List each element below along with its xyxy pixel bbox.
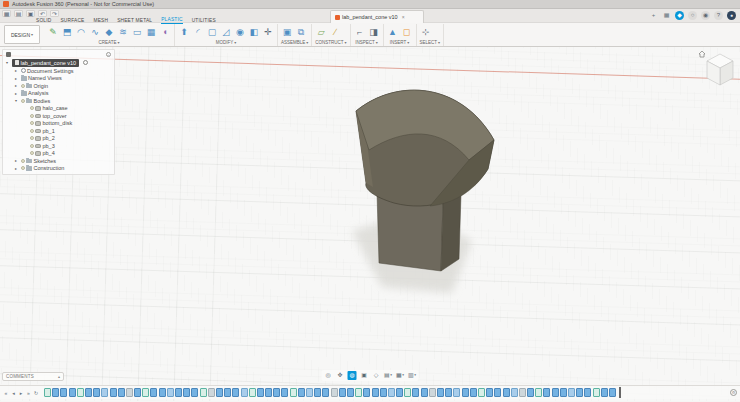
timeline-feature-icon[interactable] [150,388,157,397]
visibility-bulb-icon[interactable] [30,136,34,140]
sweep-icon[interactable]: ∿ [89,26,101,39]
tab-surface[interactable]: SURFACE [60,18,84,24]
fit-icon[interactable]: ▣ [360,371,369,380]
timeline-modify-icon[interactable] [568,388,575,397]
axis-icon[interactable]: ∕ [329,26,341,39]
timeline-feature-icon[interactable] [363,388,370,397]
disclosure-icon[interactable]: ▾ [15,98,19,103]
browser-item-pb-3[interactable]: pb_3 [4,142,113,150]
select-icon[interactable]: ⊹ [420,26,432,39]
timeline-construct-icon[interactable] [126,388,133,397]
timeline-feature-icon[interactable] [601,388,608,397]
disclosure-icon[interactable]: ▸ [15,91,19,96]
extrude-icon[interactable]: ⬒ [61,26,73,39]
timeline-feature-icon[interactable] [380,388,387,397]
offset-plane-icon[interactable]: ▱ [315,26,327,39]
timeline-feature-icon[interactable] [298,388,305,397]
disclosure-icon[interactable]: ▸ [15,68,19,73]
timeline-feature-icon[interactable] [134,388,141,397]
timeline-options-icon[interactable]: ⚙ [730,389,737,396]
fillet-icon[interactable]: ◜ [192,26,204,39]
timeline-feature-icon[interactable] [503,388,510,397]
timeline-feature-icon[interactable] [93,388,100,397]
timeline-sketch-icon[interactable] [478,388,485,397]
measure-icon[interactable]: ⌐ [354,26,366,39]
browser-item-sketches[interactable]: ▸Sketches [4,157,113,165]
timeline-sketch-icon[interactable] [77,388,84,397]
timeline-sketch-icon[interactable] [249,388,256,397]
timeline-feature-icon[interactable] [494,388,501,397]
timeline-feature-icon[interactable] [191,388,198,397]
apps-grid-icon[interactable]: ▦ [662,11,671,20]
pan-icon[interactable]: ✥ [336,371,345,380]
file-menu-icon[interactable]: ▤ [14,10,23,17]
timeline-feature-icon[interactable] [560,388,567,397]
timeline-construct-icon[interactable] [429,388,436,397]
visibility-bulb-icon[interactable] [30,144,34,148]
decal-icon[interactable]: ◻ [401,26,413,39]
shell-icon[interactable]: ▢ [206,26,218,39]
browser-item-origin[interactable]: ▸Origin [4,82,113,90]
timeline-construct-icon[interactable] [331,388,338,397]
timeline-sketch-icon[interactable] [200,388,207,397]
viewports-icon[interactable]: ▥▾ [408,371,417,380]
timeline-construct-icon[interactable] [208,388,215,397]
timeline-play-icon[interactable]: ▸ [18,389,24,397]
new-component-icon[interactable]: ▣ [281,26,293,39]
look-at-icon[interactable]: ◇ [372,371,381,380]
timeline-sketch-icon[interactable] [142,388,149,397]
tab-solid[interactable]: SOLID [36,18,51,24]
group-label-select[interactable]: SELECT▾ [420,40,441,45]
timeline-feature-icon[interactable] [159,388,166,397]
user-avatar[interactable]: ● [727,11,736,20]
viewcube-home-icon[interactable] [699,51,705,57]
browser-header[interactable]: + [4,51,113,58]
timeline-feature-icon[interactable] [437,388,444,397]
timeline-step-forward-icon[interactable]: » [26,389,32,397]
timeline-feature-icon[interactable] [118,388,125,397]
browser-add-icon[interactable]: + [106,52,111,57]
browser-item-document-settings[interactable]: ▸Document Settings [4,67,113,75]
disclosure-icon[interactable]: ▸ [15,166,19,171]
disclosure-icon[interactable]: ▸ [15,83,19,88]
visibility-bulb-icon[interactable] [30,106,34,110]
timeline-feature-icon[interactable] [576,388,583,397]
notifications-icon[interactable]: ◉ [701,11,710,20]
browser-item-halo-case[interactable]: halo_case [4,105,113,113]
visibility-bulb-icon[interactable] [30,129,34,133]
timeline-feature-icon[interactable] [584,388,591,397]
timeline-feature-icon[interactable] [69,388,76,397]
browser-item-bottom-disk[interactable]: bottom_disk [4,120,113,128]
grid-settings-icon[interactable]: ▦▾ [396,371,405,380]
visibility-bulb-icon[interactable] [21,166,25,170]
timeline-construct-icon[interactable] [519,388,526,397]
document-close-icon[interactable]: × [402,14,405,20]
timeline-feature-icon[interactable] [462,388,469,397]
timeline-playhead[interactable] [619,387,621,398]
draft-icon[interactable]: ◿ [220,26,232,39]
timeline-feature-icon[interactable] [527,388,534,397]
visibility-circle-icon[interactable] [83,60,88,65]
group-label-inspect[interactable]: INSPECT▾ [354,40,380,45]
timeline-sketch-icon[interactable] [404,388,411,397]
group-label-assemble[interactable]: ASSEMBLE▾ [281,40,308,45]
tab-mesh[interactable]: MESH [93,18,108,24]
group-label-insert[interactable]: INSERT▾ [387,40,413,45]
timeline-feature-icon[interactable] [445,388,452,397]
save-icon[interactable]: ▣ [26,10,35,17]
tab-utilities[interactable]: UTILITIES [192,18,216,24]
split-icon[interactable]: ◧ [248,26,260,39]
timeline-feature-icon[interactable] [372,388,379,397]
disclosure-icon[interactable]: ▸ [15,158,19,163]
tab-plastic[interactable]: PLASTIC [161,17,182,24]
browser-grip-icon[interactable] [6,52,11,57]
timeline-feature-icon[interactable] [421,388,428,397]
extensions-icon[interactable]: ◆ [675,11,684,20]
disclosure-icon[interactable]: ▸ [15,76,19,81]
insert-mesh-icon[interactable]: ▲ [387,26,399,39]
zoom-icon[interactable]: ◍ [348,371,357,380]
revolve-icon[interactable]: ◠ [75,26,87,39]
visibility-bulb-icon[interactable] [30,151,34,155]
timeline-feature-icon[interactable] [110,388,117,397]
timeline-sketch-icon[interactable] [355,388,362,397]
